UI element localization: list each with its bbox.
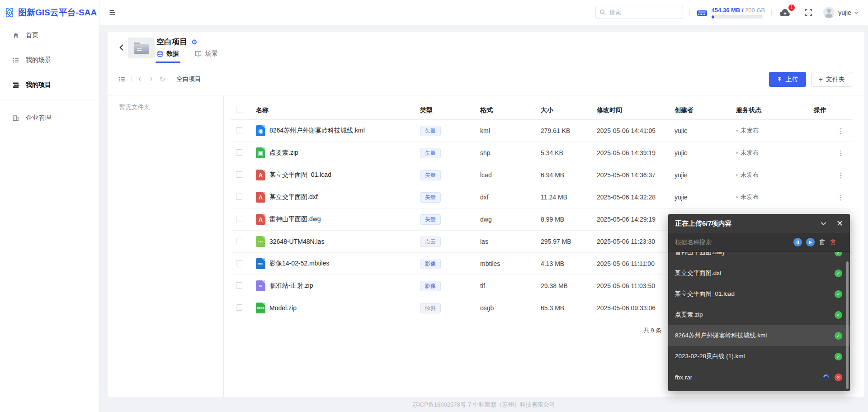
nav-forward-icon[interactable] (148, 76, 154, 82)
delete-failed-trash-icon[interactable] (830, 238, 836, 246)
row-checkbox[interactable] (236, 149, 242, 156)
row-checkbox[interactable] (236, 260, 242, 266)
type-tag: 矢量 (420, 126, 441, 136)
creator-cell: yujie (673, 171, 731, 179)
format-cell: las (480, 238, 541, 245)
global-search (595, 6, 683, 19)
storage-drive-icon (696, 6, 708, 19)
status-cell: 未发布 (731, 171, 809, 179)
storage-text: 454.36 MB / 200 GB (712, 7, 765, 15)
row-actions-button[interactable]: ⋮ (809, 193, 853, 202)
file-name[interactable]: 某立交平面图_01.lcad (269, 171, 331, 179)
row-checkbox[interactable] (236, 282, 242, 289)
row-checkbox[interactable] (236, 216, 242, 222)
new-folder-button-label: 文件夹 (826, 76, 845, 84)
file-name[interactable]: 影像14-02-52.mbtiles (269, 260, 329, 268)
row-actions-button[interactable]: ⋮ (809, 149, 853, 157)
row-actions-button[interactable]: ⋮ (809, 171, 853, 180)
size-cell: 295.97 MB (541, 238, 597, 245)
file-name[interactable]: 点要素.zip (269, 149, 298, 157)
upload-item[interactable]: 8264苏州户外谢宴岭科技城线.kml✓ (668, 325, 850, 346)
logo-icon (4, 7, 15, 19)
close-panel-icon[interactable]: ✕ (836, 218, 843, 228)
sidebar-item-1[interactable]: 我的场景 (0, 50, 99, 70)
nav-back-icon[interactable] (137, 76, 143, 82)
folder-empty-text: 暂无文件夹 (119, 103, 150, 111)
select-all-checkbox[interactable] (236, 107, 242, 113)
row-checkbox[interactable] (236, 194, 242, 200)
clear-list-trash-icon[interactable] (819, 238, 826, 246)
upload-item[interactable]: 某立交平面图_01.lcad✓ (668, 284, 850, 304)
collapse-panel-chevron-down-icon[interactable] (820, 220, 827, 227)
table-row[interactable]: ◉8264苏州户外谢宴岭科技城线.kml矢量kml279.61 KB2025-0… (231, 120, 853, 142)
database-icon (157, 51, 163, 57)
pause-all-button[interactable] (793, 238, 802, 246)
format-cell: tif (480, 282, 541, 289)
row-checkbox[interactable] (236, 238, 242, 244)
file-name[interactable]: 临准站-正射.zip (269, 282, 313, 290)
divider (131, 76, 132, 82)
storage-usage[interactable]: 454.36 MB / 200 GB (696, 6, 765, 19)
table-header-row: 名称类型格式大小修改时间创建者服务状态操作 (231, 101, 853, 120)
refresh-icon[interactable]: ↻ (160, 76, 165, 83)
upload-button[interactable]: 上传 (769, 72, 806, 87)
row-checkbox[interactable] (236, 304, 242, 311)
upload-notification-button[interactable]: 1 (779, 7, 791, 18)
fullscreen-icon[interactable] (805, 9, 812, 16)
user-menu-chevron-down-icon[interactable] (854, 10, 859, 15)
upload-cancel-button[interactable]: × (835, 374, 842, 381)
status-cell: 未发布 (731, 127, 809, 135)
upload-item[interactable]: 雷神山平面图.dwg✓ (668, 252, 850, 263)
size-cell: 6.94 MB (541, 171, 597, 179)
tab-0[interactable]: 数据 (156, 50, 180, 63)
back-button[interactable] (118, 43, 124, 52)
row-actions-button[interactable]: ⋮ (809, 127, 853, 135)
sidebar-item-2[interactable]: 我的项目 (0, 75, 99, 95)
upload-item-name: 某立交平面图.dxf (675, 269, 722, 277)
row-checkbox[interactable] (236, 127, 242, 133)
book-icon (194, 51, 202, 57)
upload-success-icon: ✓ (835, 270, 842, 277)
status-dot (736, 130, 738, 132)
logo[interactable]: 图新GIS云平台-SAA (0, 0, 99, 25)
upload-list-scrollbar[interactable] (846, 261, 849, 389)
storage-progress-fill (712, 15, 714, 19)
file-name[interactable]: 雷神山平面图.dwg (269, 215, 321, 223)
modified-cell: 2025-05-06 14:41:05 (597, 127, 673, 134)
new-folder-button[interactable]: + 文件夹 (811, 72, 852, 87)
search-input[interactable] (595, 6, 683, 19)
table-row[interactable]: A某立交平面图.dxf矢量dxf11.24 MB2025-05-06 14:32… (231, 186, 853, 208)
tab-1[interactable]: 场景 (193, 50, 219, 63)
breadcrumb[interactable]: 空白项目 (177, 75, 201, 83)
table-row[interactable]: A某立交平面图_01.lcad矢量lcad6.94 MB2025-05-06 1… (231, 164, 853, 186)
modified-cell: 2025-05-06 14:39:19 (597, 149, 673, 156)
file-name[interactable]: 8264苏州户外谢宴岭科技城线.kml (269, 127, 365, 135)
type-tag: 矢量 (420, 170, 441, 180)
divider (171, 76, 171, 82)
collapse-sidebar-button[interactable] (108, 9, 116, 16)
upload-item[interactable]: 某立交平面图.dxf✓ (668, 263, 850, 284)
table-row[interactable]: ▣点要素.zip矢量shp5.34 KB2025-05-06 14:39:19y… (231, 142, 853, 164)
status-dot (736, 196, 738, 198)
file-name[interactable]: 32648-UTM48N.las (269, 238, 324, 245)
list-view-icon[interactable] (118, 76, 126, 83)
project-thumbnail[interactable] (128, 38, 155, 58)
scene-list-icon (12, 57, 19, 64)
upload-item[interactable]: 2023-02-28灵白线 (1).kml✓ (668, 346, 850, 367)
user-name[interactable]: yujie (838, 9, 851, 16)
project-settings-gear-icon[interactable]: ⚙ (191, 38, 197, 45)
file-name[interactable]: 某立交平面图.dxf (269, 193, 318, 201)
resume-all-button[interactable] (806, 238, 815, 246)
column-header: 格式 (480, 106, 541, 114)
size-cell: 279.61 KB (541, 127, 597, 134)
upload-item[interactable]: 点要素.zip✓ (668, 304, 850, 325)
row-checkbox[interactable] (236, 171, 242, 178)
divider (689, 9, 690, 16)
user-avatar[interactable] (823, 7, 835, 18)
upload-success-icon: ✓ (835, 353, 842, 360)
upload-search-input[interactable] (675, 239, 756, 246)
upload-item[interactable]: fbx.rar× (668, 367, 850, 388)
sidebar-item-0[interactable]: 首页 (0, 25, 99, 45)
file-name[interactable]: Model.zip (269, 304, 297, 312)
sidebar-item-3[interactable]: 企业管理 (0, 108, 99, 128)
